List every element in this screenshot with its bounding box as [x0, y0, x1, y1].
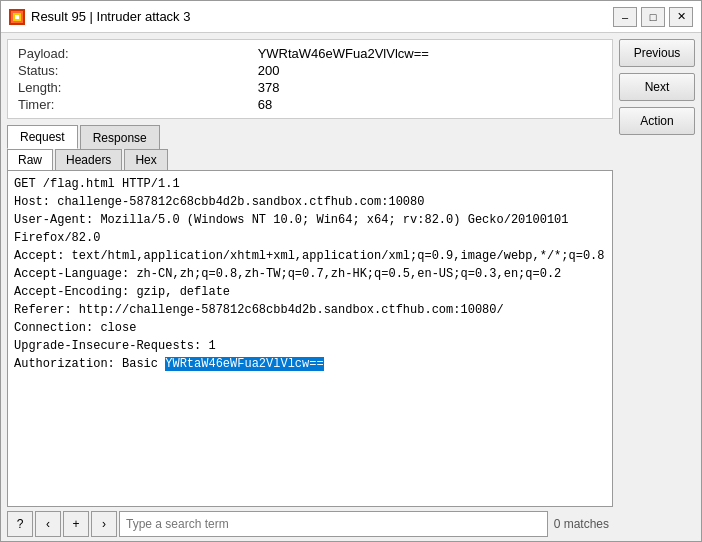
search-matches: 0 matches — [550, 517, 613, 531]
payload-value: YWRtaW46eWFua2VlVlcw== — [258, 46, 602, 61]
content-line: Accept-Encoding: gzip, deflate — [14, 283, 606, 301]
right-panel: Previous Next Action — [619, 33, 701, 541]
timer-label: Timer: — [18, 97, 242, 112]
status-value: 200 — [258, 63, 602, 78]
request-content[interactable]: GET /flag.html HTTP/1.1Host: challenge-5… — [7, 171, 613, 507]
sub-tabs: Raw Headers Hex — [7, 149, 613, 171]
search-back-button[interactable]: ‹ — [35, 511, 61, 537]
maximize-button[interactable]: □ — [641, 7, 665, 27]
content-line: User-Agent: Mozilla/5.0 (Windows NT 10.0… — [14, 211, 606, 247]
info-section: Payload: YWRtaW46eWFua2VlVlcw== Status: … — [7, 39, 613, 119]
app-icon — [9, 9, 25, 25]
next-button[interactable]: Next — [619, 73, 695, 101]
sub-tab-raw[interactable]: Raw — [7, 149, 53, 170]
tab-request[interactable]: Request — [7, 125, 78, 149]
left-panel: Payload: YWRtaW46eWFua2VlVlcw== Status: … — [1, 33, 619, 541]
search-add-button[interactable]: + — [63, 511, 89, 537]
content-line: Accept-Language: zh-CN,zh;q=0.8,zh-TW;q=… — [14, 265, 606, 283]
search-bar: ? ‹ + › 0 matches — [7, 511, 613, 537]
content-line: GET /flag.html HTTP/1.1 — [14, 175, 606, 193]
sub-tab-hex[interactable]: Hex — [124, 149, 167, 170]
content-line: Connection: close — [14, 319, 606, 337]
main-window: Result 95 | Intruder attack 3 – □ ✕ Payl… — [0, 0, 702, 542]
search-input[interactable] — [119, 511, 548, 537]
length-label: Length: — [18, 80, 242, 95]
content-line: Accept: text/html,application/xhtml+xml,… — [14, 247, 606, 265]
title-bar: Result 95 | Intruder attack 3 – □ ✕ — [1, 1, 701, 33]
action-button[interactable]: Action — [619, 107, 695, 135]
length-value: 378 — [258, 80, 602, 95]
search-forward-button[interactable]: › — [91, 511, 117, 537]
content-line: Authorization: Basic YWRtaW46eWFua2VlVlc… — [14, 355, 606, 373]
window-controls: – □ ✕ — [613, 7, 693, 27]
payload-label: Payload: — [18, 46, 242, 61]
svg-rect-3 — [15, 15, 19, 19]
previous-button[interactable]: Previous — [619, 39, 695, 67]
minimize-button[interactable]: – — [613, 7, 637, 27]
highlighted-value: YWRtaW46eWFua2VlVlcw== — [165, 357, 323, 371]
tab-response[interactable]: Response — [80, 125, 160, 149]
window-title: Result 95 | Intruder attack 3 — [31, 9, 613, 24]
timer-value: 68 — [258, 97, 602, 112]
help-button[interactable]: ? — [7, 511, 33, 537]
content-line: Host: challenge-587812c68cbb4d2b.sandbox… — [14, 193, 606, 211]
close-button[interactable]: ✕ — [669, 7, 693, 27]
content-line: Upgrade-Insecure-Requests: 1 — [14, 337, 606, 355]
content-line: Referer: http://challenge-587812c68cbb4d… — [14, 301, 606, 319]
main-tabs: Request Response — [7, 125, 613, 149]
sub-tab-headers[interactable]: Headers — [55, 149, 122, 170]
status-label: Status: — [18, 63, 242, 78]
main-content: Payload: YWRtaW46eWFua2VlVlcw== Status: … — [1, 33, 701, 541]
